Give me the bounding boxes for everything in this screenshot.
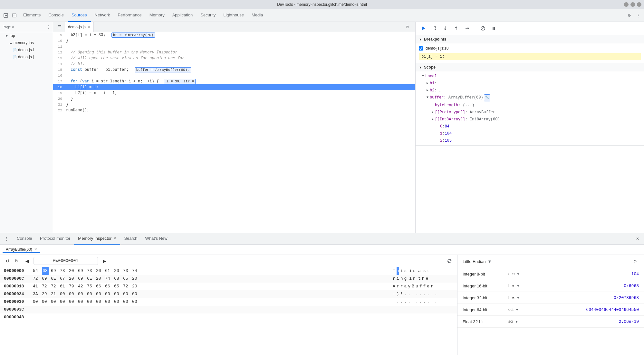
memory-inspector-tab-close[interactable]: ✕ [113, 236, 116, 240]
bottom-tab-search[interactable]: Search [120, 233, 141, 245]
hex-byte[interactable]: 73 [60, 267, 67, 275]
hex-addr-30: 00000030 [4, 298, 33, 306]
dtype-int64-name: Integer 64-bit [463, 307, 505, 312]
hex-byte-selected[interactable]: 68 [42, 267, 49, 275]
idx0-val: : [442, 123, 445, 130]
dtype-int8-format[interactable]: dec ▼ [508, 271, 528, 276]
endian-select[interactable]: Little Endian ▼ [463, 259, 492, 264]
breakpoint-checkbox[interactable] [419, 46, 423, 51]
tab-memory[interactable]: Memory [146, 9, 168, 22]
inspect-icon[interactable] [3, 12, 9, 19]
scope-buffer[interactable]: ▼ buffer : ArrayBuffer(60) 🔧 [419, 94, 641, 102]
hex-byte[interactable]: 73 [123, 267, 130, 275]
close-btn[interactable] [637, 2, 641, 7]
tab-media[interactable]: Media [248, 9, 267, 22]
buffer-tab-arraybuffer[interactable]: ArrayBuffer(60) ✕ [3, 247, 40, 253]
bottom-tab-memory-inspector[interactable]: Memory Inspector ✕ [74, 233, 120, 245]
close-bottom-panel-btn[interactable]: ✕ [634, 235, 641, 243]
breakpoints-header[interactable]: ▼ Breakpoints [416, 35, 644, 43]
pause-btn[interactable] [489, 24, 498, 33]
hex-byte[interactable]: 74 [132, 267, 139, 275]
dtype-float32-arrow[interactable]: ▼ [514, 319, 519, 324]
file-tree-top[interactable]: ▼ top [0, 32, 53, 39]
scope-idx0[interactable]: 0 : 84 [419, 123, 641, 130]
code-tab-demo-js[interactable]: demo-js.js ✕ [65, 22, 94, 32]
hex-byte[interactable]: 20 [114, 267, 121, 275]
scope-header[interactable]: ▼ Scope [416, 63, 644, 71]
undo-btn[interactable]: ↺ [4, 257, 12, 265]
scope-b2[interactable]: ▶ b2 : … [419, 87, 641, 94]
file-tree-demo-js-l[interactable]: 📄 demo-js.l [0, 46, 53, 53]
dtype-int16-arrow[interactable]: ▼ [515, 283, 521, 288]
device-icon[interactable] [11, 12, 17, 19]
file-tree-menu[interactable]: ⋮ [46, 25, 50, 29]
bottom-more-btn[interactable]: ⋮ [3, 235, 10, 243]
bottom-tab-console[interactable]: Console [13, 233, 36, 245]
scope-bytelength[interactable]: byteLength : (...) [419, 102, 641, 109]
tab-security[interactable]: Security [197, 9, 219, 22]
dtype-int8-arrow[interactable]: ▼ [515, 271, 521, 276]
prev-page-btn[interactable]: ◀ [23, 257, 31, 265]
buffer-badge[interactable]: 🔧 [484, 94, 490, 101]
tab-console[interactable]: Console [44, 9, 68, 22]
bottom-tab-protocol[interactable]: Protocol monitor [36, 233, 74, 245]
next-page-btn[interactable]: ▶ [101, 257, 108, 265]
dtype-int64-arrow[interactable]: ▼ [514, 307, 520, 312]
dtype-float32-value: 2.06e-19 [532, 319, 639, 324]
dtype-int16-format[interactable]: hex ▼ [508, 283, 528, 288]
hex-byte[interactable]: 73 [87, 267, 94, 275]
sidebar-toggle[interactable]: ☰ [56, 23, 63, 31]
code-tab-close[interactable]: ✕ [88, 25, 90, 29]
split-pane-btn[interactable]: ⧉ [403, 23, 411, 31]
tab-sources[interactable]: Sources [68, 9, 91, 22]
step-btn[interactable] [463, 24, 472, 33]
redo-btn[interactable]: ↻ [13, 257, 21, 265]
step-into-btn[interactable] [441, 24, 450, 33]
address-input[interactable] [34, 257, 98, 265]
tab-elements[interactable]: Elements [19, 9, 44, 22]
maximize-btn[interactable] [630, 2, 635, 7]
scope-idx2[interactable]: 2 : 105 [419, 137, 641, 144]
window-controls[interactable] [624, 2, 641, 7]
deactivate-btn[interactable] [478, 24, 487, 33]
dtype-float32-format[interactable]: sci ▼ [508, 319, 528, 324]
scope-b1[interactable]: ▶ b1 : … [419, 80, 641, 87]
scope-local[interactable]: ▼ Local [419, 73, 641, 80]
hex-byte[interactable]: 69 [51, 267, 58, 275]
dtype-int32-arrow[interactable]: ▼ [515, 295, 521, 300]
step-out-btn[interactable] [452, 24, 461, 33]
hex-char-selected[interactable]: h [397, 267, 399, 275]
buffer-tab-close[interactable]: ✕ [34, 247, 37, 251]
hex-byte[interactable]: 69 [78, 267, 85, 275]
dtype-float32-name: Float 32-bit [463, 319, 505, 324]
settings-icon[interactable]: ⚙ [626, 12, 632, 19]
more-pages-icon[interactable]: » [12, 25, 14, 29]
dtype-int32-format[interactable]: hex ▼ [508, 295, 528, 300]
tab-network[interactable]: Network [91, 9, 114, 22]
tab-performance[interactable]: Performance [114, 9, 145, 22]
scope-idx1[interactable]: 1 : 104 [419, 130, 641, 137]
resume-btn[interactable] [419, 24, 428, 33]
file-icon-2: 📄 [13, 55, 17, 59]
minimize-btn[interactable] [624, 2, 629, 7]
dtype-row-int32: Integer 32-bit hex ▼ 0x20736968 [457, 292, 644, 304]
hex-byte[interactable]: 61 [105, 267, 112, 275]
dtype-int64-value: 604403466444034664550 [532, 307, 639, 312]
dtype-int64-format[interactable]: oct ▼ [508, 307, 528, 312]
hex-byte[interactable]: 54 [33, 267, 40, 275]
tab-lighthouse[interactable]: Lighthouse [219, 9, 248, 22]
data-types-settings[interactable]: ⚙ [631, 257, 639, 265]
more-icon[interactable]: ⋮ [635, 12, 641, 19]
scope-prototype[interactable]: ▶ [[Prototype]] : ArrayBuffer [419, 109, 641, 116]
hex-byte[interactable]: 20 [96, 267, 103, 275]
file-tree-demo-js-j[interactable]: 📄 demo-js.j [0, 53, 53, 61]
step-over-btn[interactable] [430, 24, 439, 33]
file-tree-memory-ins[interactable]: ☁ memory-ins [0, 39, 53, 46]
scope-int8array[interactable]: ▶ [[Int8Array]] : Int8Array(60) [419, 116, 641, 123]
refresh-btn[interactable] [446, 257, 453, 265]
tab-application[interactable]: Application [168, 9, 197, 22]
idx2-space [437, 137, 439, 144]
bottom-tab-whats-new[interactable]: What's New [141, 233, 171, 245]
hex-byte[interactable]: 20 [69, 267, 76, 275]
buffer-val: : ArrayBuffer(60) [444, 94, 483, 101]
